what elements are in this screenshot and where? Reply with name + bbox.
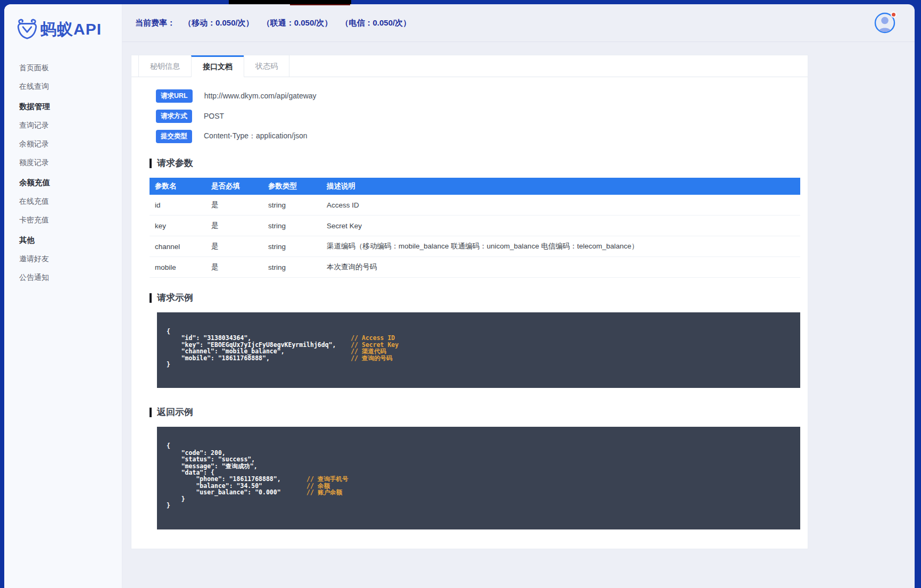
rate-item: （电信：0.050/次） — [341, 18, 411, 27]
rate-list: （移动：0.050/次）（联通：0.050/次）（电信：0.050/次） — [175, 18, 411, 27]
table-cell: string — [263, 236, 321, 257]
table-cell: 是 — [206, 236, 263, 257]
tab-key-info[interactable]: 秘钥信息 — [138, 55, 192, 77]
code-line: "channel": "mobile_balance", // 渠道代码 — [167, 348, 790, 354]
sidebar-item-balance-records[interactable]: 余额记录 — [19, 135, 122, 153]
api-info-row: 请求URLhttp://www.dkym.com/api/gateway — [156, 89, 800, 103]
table-cell: 渠道编码（移动编码：mobile_balance 联通编码：unicom_bal… — [321, 236, 800, 257]
code-line: } — [167, 361, 790, 368]
table-cell: 是 — [206, 216, 263, 236]
browser-artifact-red-line — [290, 4, 350, 5]
code-line: "mobile": "18611768888", // 查询的号码 — [167, 355, 790, 361]
sidebar-group-label-balance-recharge: 余额充值 — [19, 173, 122, 192]
table-row-mobile: mobile是string本次查询的号码 — [150, 257, 800, 278]
sidebar-item-home[interactable]: 首页面板 — [19, 59, 122, 77]
section-title: 请求示例 — [157, 292, 193, 304]
section-marker — [150, 159, 152, 168]
sidebar: 蚂蚁API 首页面板在线查询数据管理查询记录余额记录额度记录余额充值在线充值卡密… — [4, 4, 122, 588]
code-comment: // 查询的号码 — [351, 354, 392, 362]
sidebar-menu: 首页面板在线查询数据管理查询记录余额记录额度记录余额充值在线充值卡密充值其他邀请… — [4, 40, 122, 287]
code-line: } — [167, 502, 790, 509]
browser-artifact-black-bar — [229, 0, 351, 4]
user-avatar[interactable] — [874, 12, 895, 34]
code-comment: // 账户余额 — [306, 488, 342, 496]
code-line: { — [167, 443, 790, 449]
code-line: } — [167, 496, 790, 502]
notification-dot — [891, 12, 897, 18]
table-row-id: id是stringAccess ID — [150, 195, 800, 216]
table-cell: key — [150, 216, 206, 236]
rate-item: （联通：0.050/次） — [262, 18, 333, 27]
table-cell: string — [263, 216, 321, 236]
section-request-example: 请求示例 — [150, 292, 800, 304]
table-cell: mobile — [150, 257, 206, 278]
table-row-channel: channel是string渠道编码（移动编码：mobile_balance 联… — [150, 236, 800, 257]
response-example-code: { "code": 200, "status": "success", "mes… — [157, 427, 800, 529]
sidebar-item-announcements[interactable]: 公告通知 — [19, 268, 122, 287]
sidebar-item-online-query[interactable]: 在线查询 — [19, 77, 122, 96]
table-cell: 是 — [206, 195, 263, 216]
tab-bar: 秘钥信息接口文档状态码 — [131, 55, 808, 77]
sidebar-item-query-records[interactable]: 查询记录 — [19, 116, 122, 135]
tab-status-codes[interactable]: 状态码 — [244, 55, 289, 77]
code-line: "user_balance": "0.000" // 账户余额 — [167, 489, 790, 495]
table-row-key: key是stringSecret Key — [150, 216, 800, 236]
section-marker — [150, 293, 152, 303]
app-window: 蚂蚁API 首页面板在线查询数据管理查询记录余额记录额度记录余额充值在线充值卡密… — [4, 4, 915, 588]
section-response-example: 返回示例 — [150, 406, 800, 418]
section-title: 返回示例 — [157, 406, 193, 418]
info-badge: 请求方式 — [156, 110, 192, 123]
table-cell: Secret Key — [321, 216, 800, 236]
info-value: Content-Type：application/json — [204, 131, 308, 141]
info-value: POST — [204, 112, 224, 120]
sidebar-item-invite-friends[interactable]: 邀请好友 — [19, 250, 122, 268]
table-cell: string — [263, 195, 321, 216]
sidebar-item-card-recharge[interactable]: 卡密充值 — [19, 211, 122, 229]
section-marker — [150, 408, 152, 417]
sidebar-group-label-data-management: 数据管理 — [19, 97, 122, 116]
sidebar-item-quota-records[interactable]: 额度记录 — [19, 153, 122, 172]
params-table-header-row: 参数名是否必填参数类型描述说明 — [150, 178, 800, 195]
table-cell: 本次查询的号码 — [321, 257, 800, 278]
topbar: 当前费率：（移动：0.050/次）（联通：0.050/次）（电信：0.050/次… — [122, 4, 915, 42]
code-line: "code": 200, — [167, 450, 790, 456]
request-example-code: { "id": "3138034364", // Access ID "key"… — [157, 312, 800, 388]
code-line: "id": "3138034364", // Access ID — [167, 335, 790, 341]
sidebar-item-online-recharge[interactable]: 在线充值 — [19, 192, 122, 211]
table-cell: Access ID — [321, 195, 800, 216]
params-table-header-cell: 参数类型 — [263, 178, 321, 195]
table-cell: id — [150, 195, 206, 216]
code-line: "message": "查询成功", — [167, 463, 790, 469]
section-title: 请求参数 — [157, 157, 193, 169]
current-rates: 当前费率：（移动：0.050/次）（联通：0.050/次）（电信：0.050/次… — [135, 18, 411, 28]
api-info-row: 提交类型Content-Type：application/json — [156, 129, 800, 143]
params-table-header-cell: 描述说明 — [321, 178, 800, 195]
table-cell: 是 — [206, 257, 263, 278]
params-table-header-cell: 是否必填 — [206, 178, 263, 195]
rate-label: 当前费率： — [135, 18, 175, 27]
logo[interactable]: 蚂蚁API — [4, 4, 122, 40]
info-badge: 提交类型 — [156, 130, 192, 143]
api-info-rows: 请求URLhttp://www.dkym.com/api/gateway请求方式… — [150, 89, 800, 143]
section-params: 请求参数 — [150, 157, 800, 169]
table-cell: string — [263, 257, 321, 278]
ant-logo-icon — [16, 18, 38, 40]
table-cell: channel — [150, 236, 206, 257]
logo-text: 蚂蚁API — [40, 19, 102, 40]
tab-content: 请求URLhttp://www.dkym.com/api/gateway请求方式… — [131, 77, 808, 549]
rate-item: （移动：0.050/次） — [184, 18, 254, 27]
sidebar-group-label-other: 其他 — [19, 231, 122, 250]
tab-api-docs[interactable]: 接口文档 — [191, 55, 244, 77]
api-info-row: 请求方式POST — [156, 109, 800, 123]
code-line: "status": "success", — [167, 456, 790, 462]
params-table: 参数名是否必填参数类型描述说明 id是stringAccess IDkey是st… — [150, 178, 800, 278]
params-table-header-cell: 参数名 — [150, 178, 206, 195]
info-value: http://www.dkym.com/api/gateway — [204, 92, 317, 100]
api-doc-card: 秘钥信息接口文档状态码 请求URLhttp://www.dkym.com/api… — [131, 55, 808, 549]
code-line: "phone": "18611768888", // 查询手机号 — [167, 476, 790, 482]
info-badge: 请求URL — [156, 89, 193, 103]
